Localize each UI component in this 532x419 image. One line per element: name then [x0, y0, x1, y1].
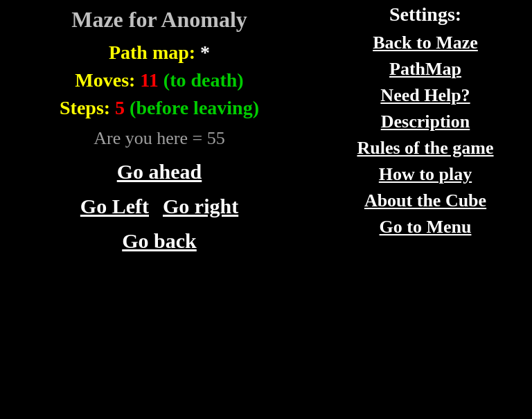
steps-desc: (before leaving) [125, 97, 259, 118]
go-left-link[interactable]: Go Left [80, 195, 149, 218]
how-to-play-link[interactable]: How to play [379, 163, 472, 186]
game-title: Maze for Anomaly [71, 7, 247, 33]
position-display: Are you here = 55 [94, 128, 224, 149]
go-ahead-link[interactable]: Go ahead [117, 160, 202, 184]
moves-label: Moves: [75, 69, 135, 91]
settings-title: Settings: [389, 3, 461, 26]
go-back-link[interactable]: Go back [122, 229, 197, 253]
need-help-link[interactable]: Need Help? [380, 84, 470, 107]
moves-number: 11 [135, 69, 158, 91]
description-link[interactable]: Description [381, 110, 470, 134]
about-cube-link[interactable]: About the Cube [364, 189, 486, 213]
right-panel: Settings: Back to Maze PathMap Need Help… [319, 0, 532, 419]
moves-line: Moves: 11 (to death) [75, 69, 243, 91]
path-map-value: * [195, 42, 210, 63]
path-map-label: Path map: [109, 42, 195, 63]
pathmap-link[interactable]: PathMap [389, 57, 461, 81]
steps-number: 5 [110, 97, 125, 118]
steps-label: Steps: [60, 97, 110, 118]
go-to-menu-link[interactable]: Go to Menu [380, 215, 472, 239]
lateral-nav: Go Left Go right [80, 189, 238, 218]
steps-line: Steps: 5 (before leaving) [60, 97, 259, 119]
path-map-line: Path map: * [109, 42, 210, 64]
go-right-link[interactable]: Go right [163, 195, 238, 218]
moves-desc: (to death) [159, 69, 244, 91]
back-to-maze-link[interactable]: Back to Maze [373, 31, 478, 55]
left-panel: Maze for Anomaly Path map: * Moves: 11 (… [0, 0, 319, 419]
rules-link[interactable]: Rules of the game [357, 136, 493, 160]
